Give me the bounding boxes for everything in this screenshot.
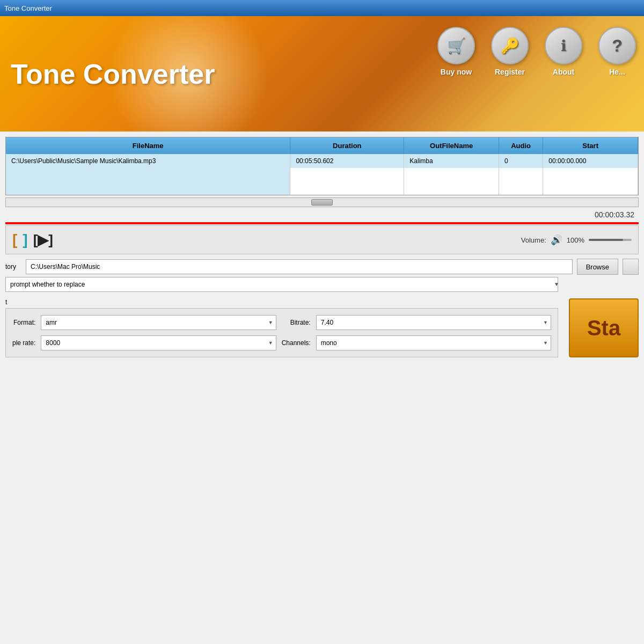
title-bar-text: Tone Converter — [4, 4, 52, 12]
buy-now-button[interactable]: 🛒 Buy now — [429, 27, 483, 76]
bottom-row: t Format: amr mp3 wav ▼ Bitrate: 7.40 4.… — [5, 298, 639, 357]
format-select[interactable]: amr mp3 wav — [41, 315, 276, 330]
horizontal-scrollbar[interactable] — [5, 197, 639, 207]
register-label: Register — [495, 68, 525, 76]
main-content: FileName Duration OutFileName Audio Star… — [0, 131, 644, 644]
cell-audio: 0 — [499, 154, 543, 168]
bitrate-label: Bitrate: — [282, 319, 311, 326]
file-table-container: FileName Duration OutFileName Audio Star… — [5, 137, 639, 195]
scrollbar-thumb[interactable] — [311, 199, 333, 206]
time-display: 00:00:03.32 — [5, 208, 639, 221]
channels-select-wrapper: mono stereo ▼ — [316, 335, 551, 350]
volume-section: Volume: 🔊 100% — [521, 234, 632, 246]
key-icon: 🔑 — [491, 27, 529, 64]
samplerate-select-wrapper: 8000 44100 ▼ — [41, 335, 276, 350]
volume-value: 100% — [567, 236, 584, 244]
format-grid: Format: amr mp3 wav ▼ Bitrate: 7.40 4.75… — [5, 308, 558, 357]
empty-row-2 — [6, 181, 638, 195]
samplerate-select[interactable]: 8000 44100 — [41, 335, 276, 350]
title-bar: Tone Converter — [0, 0, 644, 16]
about-button[interactable]: ℹ About — [537, 27, 590, 76]
cell-duration: 00:05:50.602 — [290, 154, 404, 168]
extra-button[interactable] — [623, 259, 639, 275]
header-buttons: 🛒 Buy now 🔑 Register ℹ About ? He... — [429, 16, 644, 131]
about-label: About — [553, 68, 574, 76]
cart-icon: 🛒 — [437, 27, 475, 64]
cell-filename: C:\Users\Public\Music\Sample Music\Kalim… — [6, 154, 290, 168]
file-table: FileName Duration OutFileName Audio Star… — [6, 137, 638, 195]
col-header-duration: Duration — [290, 137, 404, 154]
replace-dropdown[interactable]: prompt whether to replace always replace… — [5, 277, 558, 292]
register-button[interactable]: 🔑 Register — [483, 27, 537, 76]
col-header-audio: Audio — [499, 137, 543, 154]
app-header: Tone Converter 🛒 Buy now 🔑 Register ℹ Ab… — [0, 16, 644, 131]
cell-start: 00:00:00.000 — [543, 154, 638, 168]
format-label: Format: — [12, 319, 35, 326]
bracket-right-button[interactable]: ] — [23, 232, 27, 247]
info-icon: ℹ — [545, 27, 582, 64]
channels-label: Channels: — [282, 339, 311, 347]
buy-now-label: Buy now — [441, 68, 472, 76]
samplerate-label: ple rate: — [12, 339, 35, 347]
empty-row-1 — [6, 168, 638, 181]
replace-dropdown-wrapper: prompt whether to replace always replace… — [5, 277, 639, 292]
help-label: He... — [609, 68, 625, 76]
channels-select[interactable]: mono stereo — [316, 335, 551, 350]
browse-button[interactable]: Browse — [577, 259, 618, 275]
play-button[interactable]: [▶] — [33, 233, 53, 247]
col-header-filename: FileName — [6, 137, 290, 154]
volume-icon: 🔊 — [551, 234, 562, 246]
red-separator — [5, 222, 639, 224]
app-title: Tone Converter — [11, 58, 215, 90]
bitrate-select-wrapper: 7.40 4.75 12.2 ▼ — [316, 315, 551, 330]
format-select-wrapper: amr mp3 wav ▼ — [41, 315, 276, 330]
col-header-outfilename: OutFileName — [404, 137, 499, 154]
format-section-label: t — [5, 298, 558, 306]
help-button[interactable]: ? He... — [590, 27, 644, 76]
table-row[interactable]: C:\Users\Public\Music\Sample Music\Kalim… — [6, 154, 638, 168]
bitrate-select[interactable]: 7.40 4.75 12.2 — [316, 315, 551, 330]
col-header-start: Start — [543, 137, 638, 154]
help-icon: ? — [598, 27, 636, 64]
cell-outfilename: Kalimba — [404, 154, 499, 168]
volume-slider[interactable] — [589, 239, 632, 241]
volume-label: Volume: — [521, 236, 546, 244]
output-path-input[interactable] — [26, 259, 573, 274]
bracket-left-button[interactable]: [ — [12, 232, 17, 247]
start-button[interactable]: Sta — [569, 298, 639, 357]
output-dir-label: tory — [5, 263, 21, 270]
transport-controls: [ ] [▶] Volume: 🔊 100% — [10, 228, 634, 252]
format-controls-area: t Format: amr mp3 wav ▼ Bitrate: 7.40 4.… — [5, 298, 558, 357]
transport-area: [ ] [▶] Volume: 🔊 100% — [5, 225, 639, 254]
output-directory-section: tory Browse prompt whether to replace al… — [5, 257, 639, 294]
output-dir-row: tory Browse — [5, 259, 639, 275]
